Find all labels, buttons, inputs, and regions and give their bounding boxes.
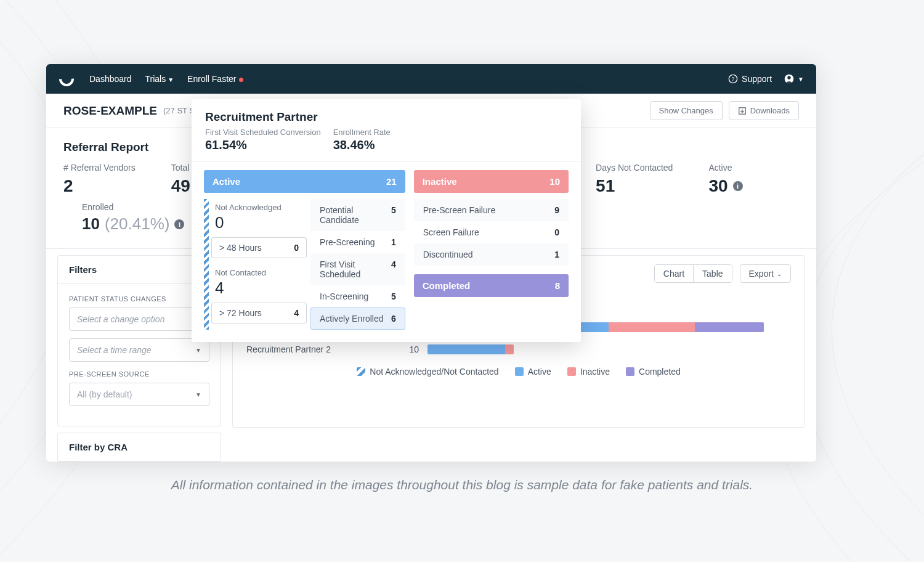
- nav-enroll-faster[interactable]: Enroll Faster: [187, 74, 243, 84]
- not-contacted-label: Not Contacted: [211, 264, 307, 279]
- trial-name: ROSE-EXAMPLE: [63, 104, 157, 118]
- stat-conversion-value: 61.54%: [205, 138, 321, 152]
- disclaimer-text: All information contained in the images …: [0, 478, 924, 492]
- legend-completed-swatch: [626, 367, 634, 376]
- legend-inactive-swatch: [567, 367, 576, 376]
- nav-trials[interactable]: Trials▼: [145, 74, 174, 84]
- chart-row[interactable]: Recruitment Partner 210: [246, 344, 791, 354]
- notification-dot: [239, 78, 243, 82]
- change-option-select[interactable]: Select a change option▼: [69, 307, 209, 331]
- chart-row-label: Recruitment Partner 2: [246, 344, 400, 354]
- not-ack-label: Not Acknowledged: [211, 199, 307, 213]
- status-sub-item[interactable]: Screen Failure0: [414, 221, 569, 243]
- svg-point-4: [787, 76, 790, 79]
- navbar: Dashboard Trials▼ Enroll Faster ? Suppor…: [46, 64, 816, 94]
- prescreen-source-select[interactable]: All (by default)▼: [69, 383, 209, 406]
- info-icon[interactable]: i: [733, 181, 743, 191]
- table-toggle[interactable]: Table: [693, 265, 731, 282]
- time-range-select[interactable]: Select a time range▼: [69, 338, 209, 362]
- chart-legend: Not Acknowledged/Not Contacted Active In…: [246, 367, 791, 377]
- nav-dashboard[interactable]: Dashboard: [89, 74, 132, 84]
- popover-title: Recruitment Partner: [205, 110, 567, 124]
- help-icon: ?: [728, 74, 738, 84]
- not-contacted-value: 4: [211, 279, 307, 301]
- status-sub-item[interactable]: Discontinued1: [414, 243, 569, 266]
- legend-hatch-swatch: [357, 367, 365, 376]
- status-sub-item[interactable]: Pre-Screening1: [310, 231, 405, 253]
- chevron-down-icon: ▼: [195, 347, 201, 354]
- chevron-down-icon: ▼: [195, 391, 201, 398]
- user-menu[interactable]: ▼: [784, 74, 804, 84]
- chart-row-count: 10: [400, 344, 419, 354]
- active-status-header: Active21: [204, 170, 405, 193]
- export-button[interactable]: Export ⌄: [740, 264, 791, 283]
- patient-status-label: PATIENT STATUS CHANGES: [69, 295, 209, 303]
- metric-active: Active 30 i: [708, 163, 742, 196]
- prescreen-source-label: PRE-SCREEN SOURCE: [69, 370, 209, 378]
- info-icon[interactable]: i: [174, 219, 184, 229]
- logo: [59, 71, 75, 87]
- chart-toggle[interactable]: Chart: [655, 265, 693, 282]
- status-sub-item[interactable]: Potential Candidate5: [310, 199, 405, 231]
- filter-by-cra-card: Filter by CRA: [57, 433, 221, 462]
- stat-enrollment-value: 38.46%: [333, 138, 391, 152]
- show-changes-button[interactable]: Show Changes: [650, 101, 723, 120]
- filter-by-cra-header[interactable]: Filter by CRA: [58, 433, 221, 462]
- stat-conversion-label: First Visit Scheduled Conversion: [205, 128, 321, 137]
- not-ack-value: 0: [211, 213, 307, 236]
- svg-point-0: [60, 73, 73, 85]
- status-sub-item[interactable]: Actively Enrolled6: [310, 307, 405, 330]
- partner-detail-popover: Recruitment Partner First Visit Schedule…: [192, 99, 581, 342]
- hatch-stripe: [204, 199, 209, 330]
- completed-status-header: Completed8: [414, 274, 569, 297]
- status-sub-item[interactable]: Pre-Screen Failure9: [414, 199, 569, 221]
- caret-down-icon: ▼: [798, 76, 804, 83]
- inactive-status-header: Inactive10: [414, 170, 569, 193]
- download-icon: [738, 107, 747, 115]
- caret-down-icon: ▼: [168, 76, 174, 83]
- status-sub-item[interactable]: In-Screening5: [310, 285, 405, 307]
- support-link[interactable]: ? Support: [728, 74, 772, 84]
- user-icon: [784, 74, 794, 84]
- chart-bar: [428, 344, 514, 354]
- gt48-box: > 48 Hours0: [211, 237, 307, 258]
- legend-active-swatch: [515, 367, 524, 376]
- downloads-button[interactable]: Downloads: [729, 101, 799, 120]
- svg-text:?: ?: [732, 76, 735, 82]
- chevron-down-icon: ⌄: [777, 271, 782, 277]
- view-toggle: Chart Table: [654, 264, 732, 283]
- gt72-box: > 72 Hours4: [211, 303, 307, 324]
- metric-days-not-contacted: Days Not Contacted 51: [596, 163, 673, 196]
- metric-vendors: # Referral Vendors 2: [63, 163, 136, 196]
- status-sub-item[interactable]: First Visit Scheduled4: [310, 253, 405, 285]
- stat-enrollment-label: Enrollment Rate: [333, 128, 391, 137]
